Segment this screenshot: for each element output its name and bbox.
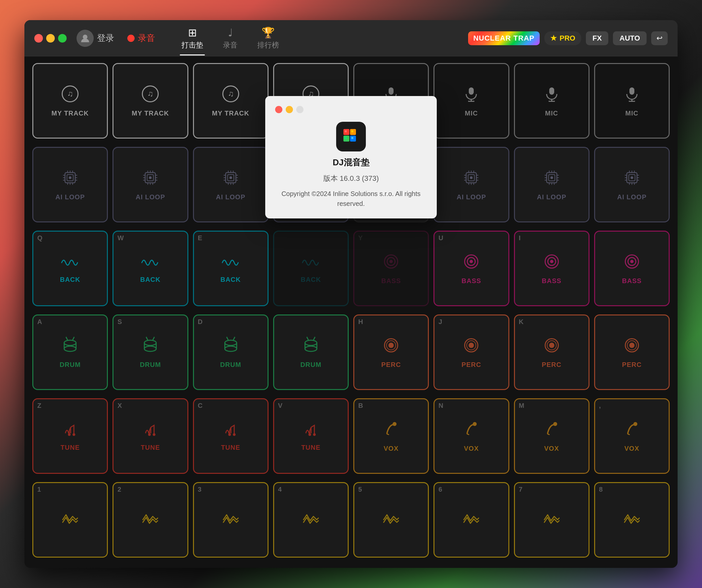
- tab-rank-label: 排行榜: [257, 40, 279, 50]
- pro-badge[interactable]: ★ PRO: [544, 31, 581, 45]
- modal-close-button[interactable]: [275, 106, 282, 113]
- login-label[interactable]: 登录: [97, 32, 114, 44]
- record-label: 录音: [138, 32, 155, 44]
- tab-pad[interactable]: ⊞ 打击垫: [171, 24, 213, 53]
- pad-icon: ⊞: [188, 26, 197, 39]
- rank-icon: 🏆: [262, 26, 275, 39]
- svg-rect-186: [351, 137, 353, 139]
- svg-point-0: [83, 35, 88, 39]
- nuclear-trap-badge[interactable]: NUCLEAR TRAP: [468, 31, 540, 45]
- tab-rank[interactable]: 🏆 排行榜: [247, 24, 289, 53]
- tab-pad-label: 打击垫: [182, 40, 203, 50]
- tab-record-label: 录音: [223, 40, 238, 50]
- modal-traffic-lights: [275, 106, 427, 113]
- star-icon: ★: [550, 34, 557, 42]
- modal-copyright: Copyright ©2024 Inline Solutions s.r.o. …: [275, 189, 427, 209]
- undo-button[interactable]: ↩: [651, 31, 668, 45]
- svg-rect-185: [345, 137, 347, 139]
- traffic-lights: [34, 34, 67, 42]
- record-button[interactable]: 录音: [127, 32, 155, 44]
- app-window: 登录 录音 ⊞ 打击垫 ♩ 录音 🏆 排行榜 NUCLEAR TRAP ★: [24, 20, 678, 568]
- modal-app-name: DJ混音垫: [333, 157, 369, 168]
- modal-overlay[interactable]: DJ混音垫 版本 16.0.3 (373) Copyright ©2024 In…: [24, 56, 678, 568]
- close-button[interactable]: [34, 34, 43, 42]
- modal-version: 版本 16.0.3 (373): [323, 173, 379, 184]
- svg-rect-184: [351, 130, 353, 132]
- user-area[interactable]: 登录: [77, 30, 114, 47]
- modal-max-button[interactable]: [296, 106, 304, 113]
- main-content: ♫ MY TRACK ♫ MY TRACK ♫: [24, 56, 678, 568]
- record-nav-icon: ♩: [228, 26, 233, 39]
- avatar: [77, 30, 94, 47]
- nav-tabs: ⊞ 打击垫 ♩ 录音 🏆 排行榜: [171, 24, 289, 53]
- right-controls: NUCLEAR TRAP ★ PRO FX AUTO ↩: [468, 31, 668, 45]
- pro-label: PRO: [560, 34, 575, 42]
- svg-rect-183: [345, 130, 347, 132]
- modal-min-button[interactable]: [286, 106, 293, 113]
- fx-button[interactable]: FX: [586, 31, 608, 45]
- minimize-button[interactable]: [46, 34, 55, 42]
- auto-button[interactable]: AUTO: [613, 31, 647, 45]
- maximize-button[interactable]: [58, 34, 67, 42]
- record-dot-icon: [127, 35, 135, 42]
- tab-record[interactable]: ♩ 录音: [213, 24, 247, 53]
- about-dialog: DJ混音垫 版本 16.0.3 (373) Copyright ©2024 In…: [265, 96, 437, 218]
- modal-app-icon: [336, 122, 366, 151]
- titlebar: 登录 录音 ⊞ 打击垫 ♩ 录音 🏆 排行榜 NUCLEAR TRAP ★: [24, 20, 678, 56]
